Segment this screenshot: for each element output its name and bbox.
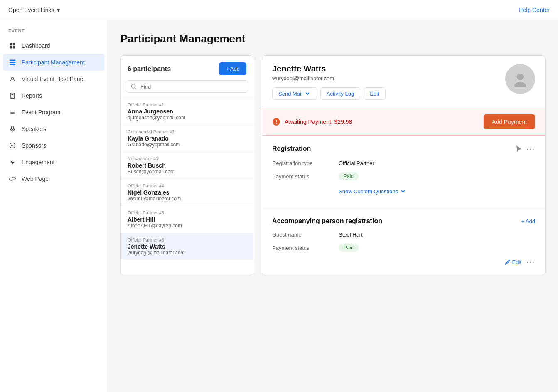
open-event-links-btn[interactable]: Open Event Links ▾: [8, 7, 60, 13]
svg-rect-1: [13, 43, 15, 46]
list-item[interactable]: Official Partner #1 Anna Jurgensen ajurg…: [121, 98, 253, 125]
warning-icon: [272, 118, 280, 126]
accompanying-title: Accompanying person registration: [272, 217, 382, 225]
activity-log-button[interactable]: Activity Log: [320, 87, 360, 100]
list-item[interactable]: Official Partner #4 Nigel Gonzales vosud…: [121, 179, 253, 206]
sidebar-item-label: Reports: [22, 92, 42, 99]
participant-email: wurydagi@mailinator.com: [128, 250, 246, 256]
status-badge: Paid: [339, 244, 359, 252]
sidebar-item-web-page[interactable]: Web Page: [0, 170, 108, 187]
accompanying-menu-button[interactable]: ···: [526, 258, 535, 266]
edit-button[interactable]: Edit: [364, 87, 385, 100]
svg-rect-6: [10, 64, 15, 65]
guest-name-value: Steel Hart: [339, 232, 363, 238]
participant-tag: Official Partner #4: [128, 183, 246, 188]
bolt-icon: [8, 158, 17, 166]
sidebar-item-participant-management[interactable]: Participant Management: [3, 54, 104, 71]
sidebar-item-sponsors[interactable]: Sponsors: [0, 137, 108, 154]
edit-accompanying-button[interactable]: Edit: [505, 259, 521, 265]
check-circle-icon: [8, 141, 17, 150]
participants-header: 6 participants + Add: [121, 56, 253, 80]
chevron-down-icon: [400, 188, 406, 195]
participant-email: vosudu@mailinator.com: [128, 196, 246, 202]
send-mail-button[interactable]: Send Mail: [272, 87, 317, 100]
participants-count: 6 participants: [128, 65, 171, 73]
list-icon: [8, 108, 17, 116]
detail-header-info: Jenette Watts wurydagi@mailinator.com Se…: [272, 64, 386, 100]
edit-icon: [505, 259, 511, 265]
sidebar-item-virtual-event-host-panel[interactable]: Virtual Event Host Panel: [0, 71, 108, 87]
search-box: [126, 80, 248, 93]
search-input[interactable]: [140, 84, 243, 90]
list-item[interactable]: Official Partner #5 Albert Hill AlbertAH…: [121, 206, 253, 233]
sidebar-item-dashboard[interactable]: Dashboard: [0, 37, 108, 54]
warning-left: Awaiting Payment: $29.98: [272, 118, 352, 126]
participant-name: Kayla Granado: [128, 135, 246, 142]
svg-point-25: [276, 123, 277, 124]
mic-icon: [8, 125, 17, 133]
section-header: Registration ···: [272, 144, 535, 153]
chevron-down-icon: ▾: [57, 7, 60, 13]
show-custom-questions-button[interactable]: Show Custom Questions: [339, 188, 406, 195]
cursor-icon: [514, 144, 523, 153]
list-item[interactable]: Commercial Partner #2 Kayla Granado Gran…: [121, 125, 253, 152]
sidebar-item-label: Engagement: [22, 159, 54, 165]
registration-title: Registration: [272, 145, 311, 153]
add-payment-button[interactable]: Add Payment: [484, 114, 535, 129]
sidebar-item-label: Virtual Event Host Panel: [22, 76, 85, 82]
participant-tag: Official Partner #1: [128, 102, 246, 107]
list-item[interactable]: Official Partner #6 Jenette Watts wuryda…: [121, 233, 253, 260]
svg-point-21: [517, 74, 524, 80]
detail-panel: Jenette Watts wurydagi@mailinator.com Se…: [262, 55, 546, 275]
sidebar-item-event-program[interactable]: Event Program: [0, 104, 108, 121]
chevron-down-icon: [304, 90, 311, 97]
accompanying-payment-row: Payment status Paid: [272, 244, 535, 252]
svg-rect-3: [13, 46, 15, 49]
sidebar-item-engagement[interactable]: Engagement: [0, 154, 108, 170]
warning-banner: Awaiting Payment: $29.98 Add Payment: [262, 108, 545, 136]
list-item[interactable]: Non-partner #3 Robert Busch Busch@yopmai…: [121, 152, 253, 179]
registration-section: Registration ··· Registration type Offic…: [262, 136, 545, 209]
sidebar-item-label: Web Page: [22, 175, 49, 182]
sidebar-item-reports[interactable]: Reports: [0, 87, 108, 104]
participant-name: Nigel Gonzales: [128, 189, 246, 196]
participant-email: AlbertAHill@dayrep.com: [128, 223, 246, 229]
participant-name: Albert Hill: [128, 216, 246, 223]
guest-name-label: Guest name: [272, 232, 339, 238]
registration-menu-button[interactable]: ···: [526, 145, 535, 153]
help-center-link[interactable]: Help Center: [519, 7, 550, 13]
participant-email: ajurgensen@yopmail.com: [128, 115, 246, 121]
registration-type-value: Official Partner: [339, 160, 374, 166]
search-icon: [130, 83, 137, 90]
people-icon: [8, 58, 17, 67]
svg-point-19: [131, 84, 135, 88]
svg-marker-18: [10, 160, 15, 165]
sidebar-item-label: Dashboard: [22, 42, 50, 49]
svg-rect-2: [10, 46, 12, 49]
svg-rect-0: [10, 43, 12, 46]
add-accompanying-button[interactable]: + Add: [521, 218, 535, 224]
participant-full-name: Jenette Watts: [272, 64, 386, 74]
sidebar-item-speakers[interactable]: Speakers: [0, 121, 108, 137]
app-layout: EVENT Dashboard Participant Management V…: [0, 20, 558, 392]
status-badge: Paid: [339, 172, 359, 180]
participant-tag: Commercial Partner #2: [128, 129, 246, 134]
participant-name: Jenette Watts: [128, 243, 246, 250]
participant-tag: Official Partner #5: [128, 210, 246, 215]
svg-line-20: [135, 88, 136, 89]
warning-text: Awaiting Payment: $29.98: [285, 118, 352, 125]
topbar: Open Event Links ▾ Help Center: [0, 0, 558, 20]
participant-tag: Official Partner #6: [128, 237, 246, 242]
participant-tag: Non-partner #3: [128, 156, 246, 161]
payment-status-label: Payment status: [272, 173, 339, 180]
grid-icon: [8, 42, 17, 50]
detail-header: Jenette Watts wurydagi@mailinator.com Se…: [262, 56, 545, 108]
participant-detail-email: wurydagi@mailinator.com: [272, 75, 386, 81]
avatar: [505, 64, 535, 94]
monitor-icon: [8, 75, 17, 83]
detail-actions: Send Mail Activity Log Edit: [272, 87, 386, 100]
custom-questions-row: Show Custom Questions: [272, 186, 535, 195]
accompanying-payment-label: Payment status: [272, 245, 339, 251]
participant-name: Robert Busch: [128, 162, 246, 169]
add-participant-button[interactable]: + Add: [219, 62, 246, 75]
